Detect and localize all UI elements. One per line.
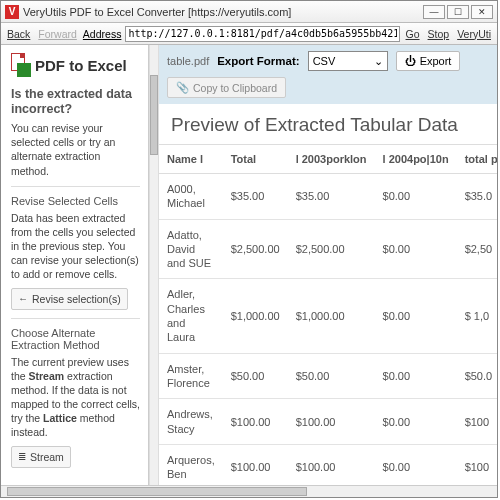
sidebar-intro: You can revise your selected cells or tr… — [11, 121, 140, 178]
cell-value: $0.00 — [375, 399, 457, 445]
address-label: Address — [83, 28, 122, 40]
cell-value: $50.00 — [223, 353, 288, 399]
go-button[interactable]: Go — [404, 28, 422, 40]
nav-toolbar: Back Forward Address Go Stop VeryUti — [1, 23, 497, 45]
titlebar: V VeryUtils PDF to Excel Converter [http… — [1, 1, 497, 23]
stream-button[interactable]: ≣ Stream — [11, 446, 71, 468]
window-controls: — ☐ ✕ — [423, 5, 493, 19]
export-button-label: Export — [420, 55, 452, 67]
table-row: Arqueros, Ben$100.00$100.00$0.00$100 — [159, 444, 497, 490]
cell-value: $35.00 — [288, 174, 375, 220]
export-format-select[interactable]: CSV ⌄ — [308, 51, 388, 71]
column-header: l 2003porklon — [288, 145, 375, 174]
sidebar: PDF to Excel Is the extracted data incor… — [1, 45, 149, 497]
maximize-icon[interactable]: ☐ — [447, 5, 469, 19]
cell-value: $100.00 — [288, 444, 375, 490]
cell-value: $100.00 — [223, 399, 288, 445]
cell-name: Arqueros, Ben — [159, 444, 223, 490]
table-row: Adatto, David and SUE$2,500.00$2,500.00$… — [159, 219, 497, 279]
cell-value: $100 — [457, 444, 497, 490]
divider — [11, 318, 140, 319]
alternate-text: The current preview uses the Stream extr… — [11, 355, 140, 440]
cell-value: $35.0 — [457, 174, 497, 220]
cell-value: $1,000.00 — [288, 279, 375, 353]
cell-value: $2,500.00 — [288, 219, 375, 279]
sidebar-heading: Is the extracted data incorrect? — [11, 87, 140, 117]
brand-link[interactable]: VeryUti — [455, 28, 493, 40]
revise-text: Data has been extracted from the cells y… — [11, 211, 140, 282]
column-header: Total — [223, 145, 288, 174]
cell-value: $0.00 — [375, 279, 457, 353]
app-icon: V — [5, 5, 19, 19]
cell-value: $ 1,0 — [457, 279, 497, 353]
cell-value: $0.00 — [375, 219, 457, 279]
logo-text: PDF to Excel — [35, 57, 127, 74]
minimize-icon[interactable]: — — [423, 5, 445, 19]
app-window: V VeryUtils PDF to Excel Converter [http… — [0, 0, 498, 498]
cell-value: $0.00 — [375, 174, 457, 220]
close-icon[interactable]: ✕ — [471, 5, 493, 19]
table-row: A000, Michael$35.00$35.00$0.00$35.0 — [159, 174, 497, 220]
cell-name: Adler, Charles and Laura — [159, 279, 223, 353]
forward-button[interactable]: Forward — [36, 28, 79, 40]
revise-button-label: Revise selection(s) — [32, 293, 121, 305]
list-icon: ≣ — [18, 451, 26, 462]
column-header: total p — [457, 145, 497, 174]
divider — [11, 186, 140, 187]
paperclip-icon: 📎 — [176, 81, 189, 94]
table-row: Amster, Florence$50.00$50.00$0.00$50.0 — [159, 353, 497, 399]
sidebar-scrollbar[interactable] — [149, 45, 159, 485]
cell-value: $0.00 — [375, 444, 457, 490]
pdf-to-excel-icon — [11, 53, 31, 77]
copy-button-label: Copy to Clipboard — [193, 82, 277, 94]
cell-value: $2,500.00 — [223, 219, 288, 279]
address-input[interactable] — [125, 26, 399, 42]
horizontal-scrollbar[interactable] — [1, 485, 497, 497]
stop-button[interactable]: Stop — [426, 28, 452, 40]
power-icon: ⏻ — [405, 55, 416, 67]
alternate-subheading: Choose Alternate Extraction Method — [11, 327, 140, 351]
export-button[interactable]: ⏻ Export — [396, 51, 461, 71]
cell-name: Amster, Florence — [159, 353, 223, 399]
cell-value: $35.00 — [223, 174, 288, 220]
copy-clipboard-button[interactable]: 📎 Copy to Clipboard — [167, 77, 286, 98]
cell-value: $0.00 — [375, 353, 457, 399]
filename-label: table.pdf — [167, 55, 209, 67]
table-row: Andrews, Stacy$100.00$100.00$0.00$100 — [159, 399, 497, 445]
cell-name: A000, Michael — [159, 174, 223, 220]
stream-button-label: Stream — [30, 451, 64, 463]
cell-value: $100 — [457, 399, 497, 445]
cell-value: $2,50 — [457, 219, 497, 279]
table-body: A000, Michael$35.00$35.00$0.00$35.0Adatt… — [159, 174, 497, 498]
cell-value: $100.00 — [223, 444, 288, 490]
cell-name: Adatto, David and SUE — [159, 219, 223, 279]
window-title: VeryUtils PDF to Excel Converter [https:… — [23, 6, 423, 18]
export-format-value: CSV — [313, 55, 336, 67]
table-header-row: Name lTotall 2003porklonl 2004po|10ntota… — [159, 145, 497, 174]
main-panel: table.pdf Export Format: CSV ⌄ ⏻ Export … — [159, 45, 497, 497]
revise-selection-button[interactable]: ← Revise selection(s) — [11, 288, 128, 310]
column-header: l 2004po|10n — [375, 145, 457, 174]
cell-value: $100.00 — [288, 399, 375, 445]
table-row: Adler, Charles and Laura$1,000.00$1,000.… — [159, 279, 497, 353]
chevron-down-icon: ⌄ — [374, 55, 383, 68]
column-header: Name l — [159, 145, 223, 174]
data-table: Name lTotall 2003porklonl 2004po|10ntota… — [159, 144, 497, 497]
export-format-label: Export Format: — [217, 55, 299, 67]
logo: PDF to Excel — [11, 53, 140, 77]
cell-value: $50.0 — [457, 353, 497, 399]
revise-subheading: Revise Selected Cells — [11, 195, 140, 207]
content-area: PDF to Excel Is the extracted data incor… — [1, 45, 497, 497]
cell-name: Andrews, Stacy — [159, 399, 223, 445]
cell-value: $50.00 — [288, 353, 375, 399]
cell-value: $1,000.00 — [223, 279, 288, 353]
arrow-left-icon: ← — [18, 293, 28, 304]
preview-heading: Preview of Extracted Tabular Data — [159, 104, 497, 144]
back-button[interactable]: Back — [5, 28, 32, 40]
export-strip: table.pdf Export Format: CSV ⌄ ⏻ Export … — [159, 45, 497, 104]
